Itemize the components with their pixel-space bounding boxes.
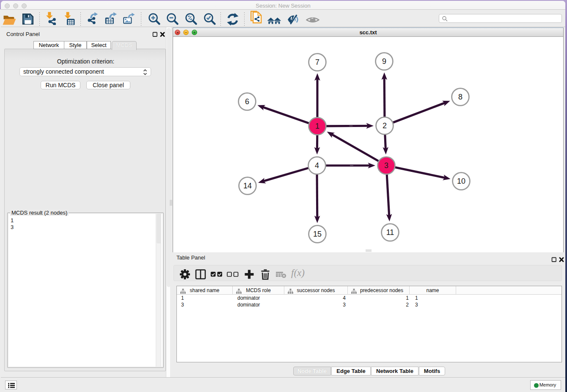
svg-text:14: 14: [243, 182, 252, 190]
svg-text:1: 1: [315, 122, 319, 130]
svg-text:7: 7: [315, 58, 319, 66]
svg-text:15: 15: [313, 230, 322, 238]
svg-text:9: 9: [382, 57, 386, 66]
svg-text:2: 2: [383, 121, 387, 130]
svg-text:6: 6: [245, 97, 249, 106]
svg-text:3: 3: [384, 161, 388, 170]
svg-text:11: 11: [386, 228, 394, 237]
svg-text:8: 8: [458, 93, 462, 101]
svg-text:10: 10: [457, 177, 465, 185]
svg-text:4: 4: [315, 161, 319, 170]
